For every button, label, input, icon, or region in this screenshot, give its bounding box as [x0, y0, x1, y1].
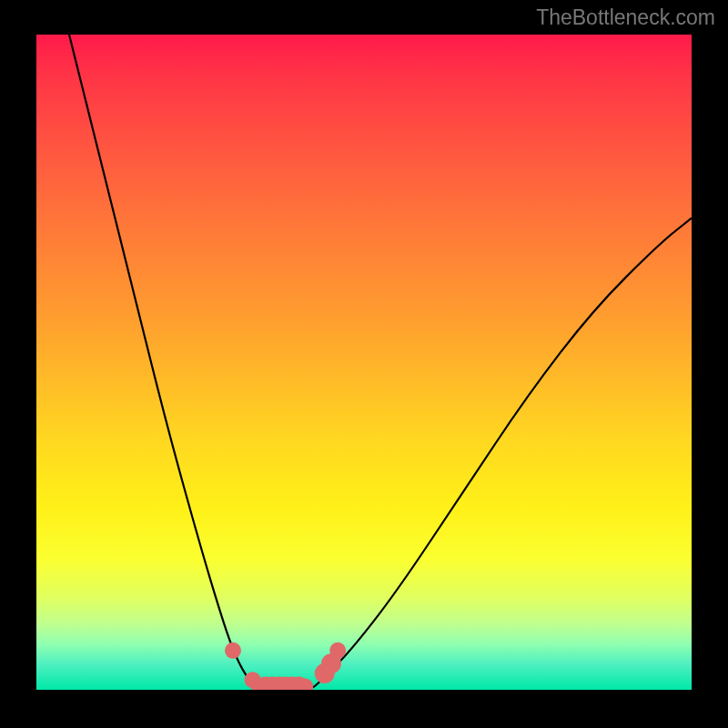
- watermark-text: TheBottleneck.com: [536, 5, 715, 30]
- chart-svg-layer: [36, 35, 692, 690]
- bottleneck-curve: [69, 35, 692, 690]
- data-point-markers: [225, 642, 346, 690]
- chart-plot-area: [36, 35, 692, 690]
- data-point: [329, 642, 346, 659]
- data-point: [225, 642, 241, 659]
